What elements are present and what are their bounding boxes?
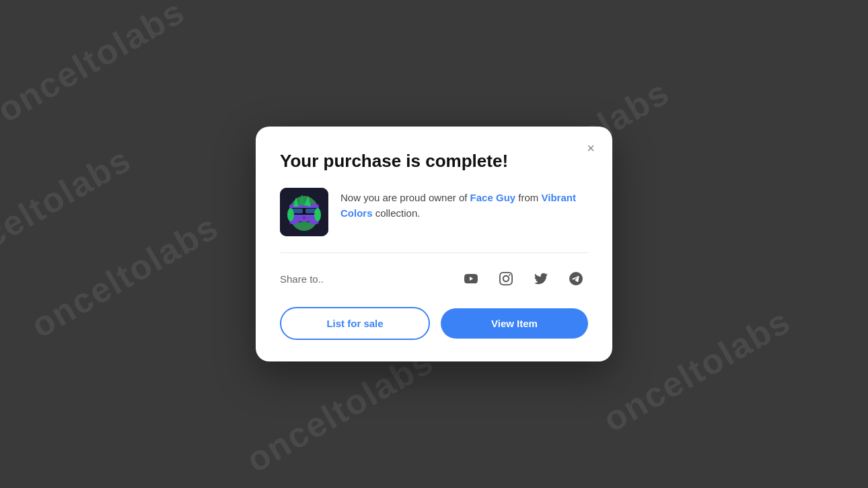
item-section: Now you are proud owner of Face Guy from… (280, 188, 588, 236)
twitter-share-button[interactable] (529, 267, 553, 291)
share-icons (459, 267, 588, 291)
youtube-icon (464, 272, 478, 285)
purchase-complete-modal: × Your purchase is complete! (256, 127, 612, 361)
item-name-link[interactable]: Face Guy (470, 192, 516, 203)
instagram-share-button[interactable] (494, 267, 518, 291)
close-icon: × (587, 141, 595, 156)
item-description: Now you are proud owner of Face Guy from… (340, 188, 588, 221)
nft-image (280, 188, 328, 236)
svg-point-13 (314, 208, 321, 221)
list-for-sale-button[interactable]: List for sale (280, 307, 430, 340)
telegram-icon (569, 272, 583, 285)
instagram-icon (499, 272, 513, 285)
action-buttons: List for sale View Item (280, 307, 588, 340)
svg-point-12 (287, 208, 294, 221)
close-button[interactable]: × (580, 137, 602, 159)
youtube-share-button[interactable] (459, 267, 483, 291)
share-label: Share to.. (280, 273, 324, 285)
share-section: Share to.. (280, 267, 588, 291)
telegram-share-button[interactable] (564, 267, 588, 291)
divider (280, 252, 588, 253)
svg-point-11 (296, 221, 312, 230)
twitter-icon (534, 272, 548, 285)
view-item-button[interactable]: View Item (441, 308, 588, 339)
modal-title: Your purchase is complete! (280, 151, 588, 172)
